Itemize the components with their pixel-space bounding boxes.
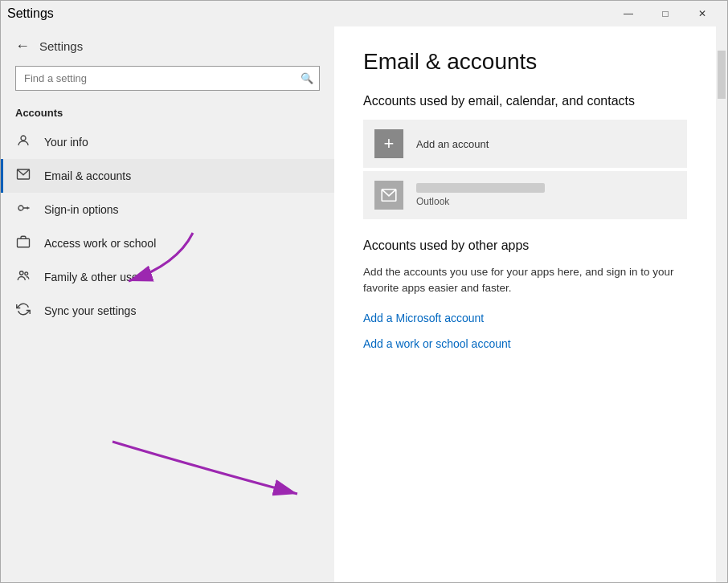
account-email-blurred (416, 183, 545, 193)
minimize-button[interactable]: — (610, 1, 647, 26)
search-box: 🔍 (15, 66, 320, 91)
other-apps-section: Accounts used by other apps Add the acco… (363, 238, 687, 350)
other-apps-heading: Accounts used by other apps (363, 238, 687, 253)
settings-window: Settings — □ ✕ ← Settings 🔍 Accounts (0, 0, 728, 583)
title-bar-title: Settings (7, 6, 54, 21)
content-area: ← Settings 🔍 Accounts Your info (1, 26, 727, 582)
outlook-account-item[interactable]: Outlook (363, 171, 687, 219)
sidebar-item-sync[interactable]: Sync your settings (1, 294, 334, 328)
email-section-heading: Accounts used by email, calendar, and co… (363, 94, 687, 108)
other-apps-description: Add the accounts you use for your apps h… (363, 264, 687, 297)
email-icon (15, 167, 31, 185)
sidebar-section-title: Accounts (1, 104, 334, 125)
back-arrow-icon: ← (15, 38, 30, 55)
key-icon (15, 201, 31, 218)
scrollbar-thumb[interactable] (718, 51, 726, 99)
outlook-account-info: Outlook (416, 183, 545, 207)
nav-label-sync: Sync your settings (44, 304, 136, 317)
svg-point-4 (20, 271, 24, 275)
scrollbar-track (716, 26, 727, 582)
svg-point-5 (25, 272, 28, 275)
add-account-item[interactable]: + Add an account (363, 120, 687, 168)
arrow-annotation-2 (64, 426, 321, 514)
add-icon: + (374, 129, 403, 158)
back-button[interactable]: ← Settings (1, 26, 334, 63)
title-bar: Settings — □ ✕ (1, 1, 727, 26)
title-bar-controls: — □ ✕ (610, 1, 721, 26)
svg-point-2 (18, 206, 23, 210)
sidebar: ← Settings 🔍 Accounts Your info (1, 26, 334, 582)
svg-point-0 (21, 136, 26, 141)
nav-label-work-school: Access work or school (44, 237, 156, 250)
main-content: Email & accounts Accounts used by email,… (334, 26, 716, 582)
person-icon (15, 133, 31, 151)
sidebar-item-family-users[interactable]: Family & other users (1, 260, 334, 294)
email-section: Accounts used by email, calendar, and co… (363, 94, 687, 219)
add-microsoft-account-link[interactable]: Add a Microsoft account (363, 312, 687, 324)
nav-label-sign-in: Sign-in options (44, 203, 119, 216)
add-account-label: Add an account (416, 138, 489, 150)
maximize-button[interactable]: □ (647, 1, 684, 26)
mail-icon (374, 181, 403, 210)
close-button[interactable]: ✕ (684, 1, 721, 26)
add-account-info: Add an account (416, 138, 489, 150)
outlook-type-label: Outlook (416, 196, 545, 207)
svg-rect-3 (18, 238, 30, 247)
sidebar-item-your-info[interactable]: Your info (1, 125, 334, 159)
page-title: Email & accounts (363, 49, 687, 75)
sidebar-item-sign-in[interactable]: Sign-in options (1, 193, 334, 226)
nav-label-your-info: Your info (44, 136, 88, 149)
sidebar-item-work-school[interactable]: Access work or school (1, 226, 334, 260)
search-icon-button[interactable]: 🔍 (301, 72, 313, 84)
add-work-account-link[interactable]: Add a work or school account (363, 337, 687, 350)
family-icon (15, 268, 31, 286)
nav-label-email-accounts: Email & accounts (44, 169, 131, 182)
nav-label-family-users: Family & other users (44, 271, 147, 283)
sidebar-item-email-accounts[interactable]: Email & accounts (1, 159, 334, 193)
title-bar-left: Settings (7, 6, 54, 21)
app-title: Settings (39, 39, 83, 53)
briefcase-icon (15, 234, 31, 252)
sync-icon (15, 302, 31, 320)
search-input[interactable] (15, 66, 320, 91)
